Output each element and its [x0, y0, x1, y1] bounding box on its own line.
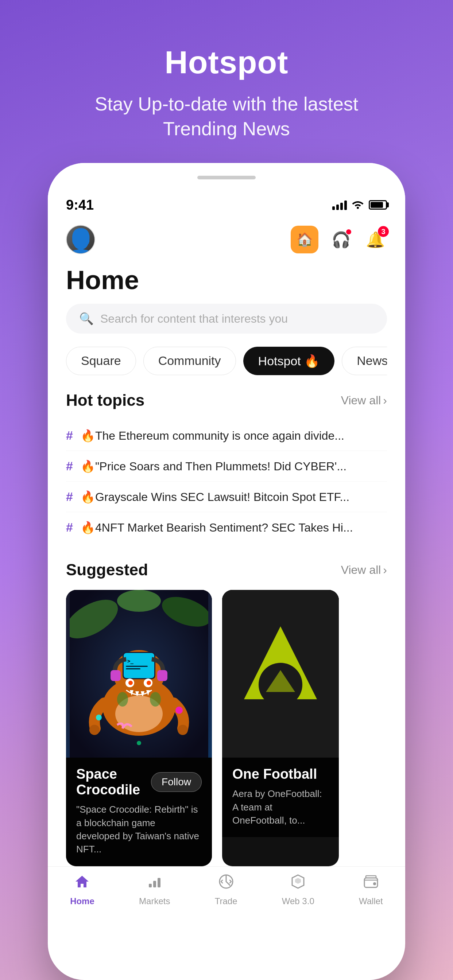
tab-square[interactable]: Square — [66, 347, 136, 375]
hot-topic-item[interactable]: # 🔥"Price Soars and Then Plummets! Did C… — [66, 451, 387, 482]
topic-text: 🔥4NFT Market Bearish Sentiment? SEC Take… — [81, 520, 387, 535]
card-body-2: One Football Aera by OneFootball: A team… — [222, 757, 339, 837]
card-image-1: >_ — [66, 590, 212, 757]
phone-frame: 9:41 👤 — [48, 163, 405, 980]
tab-community[interactable]: Community — [144, 347, 236, 375]
hot-topics-section: Hot topics View all › # 🔥The Ethereum co… — [66, 391, 387, 542]
wallet-nav-icon — [363, 873, 379, 893]
tab-hotspot[interactable]: Hotspot 🔥 — [243, 347, 335, 375]
home-nav-icon — [74, 873, 90, 893]
battery-icon — [369, 200, 387, 210]
page-title: Home — [66, 258, 387, 304]
svg-rect-9 — [126, 666, 148, 667]
hash-icon: # — [66, 459, 75, 473]
tab-news[interactable]: News — [342, 347, 387, 375]
house-button[interactable]: 🏠 — [291, 226, 318, 253]
svg-rect-20 — [157, 670, 167, 681]
svg-rect-19 — [110, 670, 121, 681]
suggested-section: Suggested View all › — [66, 561, 387, 866]
svg-rect-10 — [126, 668, 140, 670]
suggested-title: Suggested — [66, 561, 148, 579]
chevron-right-icon-2: › — [383, 563, 387, 577]
card-desc-1: "Space Crocodile: Rebirth" is a blockcha… — [76, 803, 202, 856]
topic-text: 🔥Grayscale Wins SEC Lawsuit! Bitcoin Spo… — [81, 490, 387, 504]
hot-topic-item[interactable]: # 🔥4NFT Market Bearish Sentiment? SEC Ta… — [66, 512, 387, 542]
hot-topics-list: # 🔥The Ethereum community is once again … — [66, 420, 387, 542]
trade-nav-label: Trade — [215, 896, 238, 906]
nav-trade[interactable]: Trade — [215, 873, 238, 906]
notification-badge: 3 — [378, 226, 389, 237]
svg-point-21 — [89, 725, 100, 735]
svg-point-27 — [175, 706, 183, 714]
svg-point-22 — [178, 725, 188, 735]
topic-text: 🔥"Price Soars and Then Plummets! Did CYB… — [81, 460, 387, 473]
hot-topic-item[interactable]: # 🔥Grayscale Wins SEC Lawsuit! Bitcoin S… — [66, 482, 387, 512]
main-title: Hotspot — [95, 44, 359, 81]
svg-point-14 — [147, 681, 151, 685]
card-desc-2: Aera by OneFootball: A team at OneFootba… — [232, 787, 329, 827]
search-bar[interactable]: 🔍 Search for content that interests you — [66, 304, 387, 334]
status-bar: 9:41 — [48, 192, 405, 218]
hash-icon: # — [66, 520, 75, 535]
search-icon: 🔍 — [79, 312, 94, 326]
suggested-view-all[interactable]: View all › — [341, 563, 387, 577]
nav-wallet[interactable]: Wallet — [359, 873, 383, 906]
svg-rect-33 — [149, 884, 152, 888]
topic-text: 🔥The Ethereum community is once again di… — [81, 429, 387, 442]
bell-button[interactable]: 🔔 3 — [364, 228, 387, 251]
card-title-1: Space Crocodile — [76, 766, 151, 798]
home-nav-label: Home — [70, 896, 94, 906]
svg-point-28 — [137, 741, 141, 745]
signal-icon — [332, 200, 347, 210]
nav-home[interactable]: Home — [70, 873, 94, 906]
hot-topics-view-all[interactable]: View all › — [341, 394, 387, 407]
follow-button-1[interactable]: Follow — [151, 772, 202, 792]
wifi-icon — [352, 199, 364, 212]
svg-point-38 — [373, 882, 376, 885]
status-icons — [332, 199, 387, 212]
trade-nav-icon — [218, 873, 234, 893]
svg-rect-35 — [158, 878, 161, 888]
page-header: Hotspot Stay Up-to-date with the lastest… — [95, 0, 359, 163]
svg-text:>_: >_ — [127, 658, 134, 664]
card-body-1: Space Crocodile Follow "Space Crocodile:… — [66, 757, 212, 866]
main-subtitle: Stay Up-to-date with the lastestTrending… — [95, 92, 359, 141]
nav-web3[interactable]: Web 3.0 — [282, 873, 314, 906]
card-space-crocodile[interactable]: >_ — [66, 590, 212, 866]
card-title-2: One Football — [232, 766, 317, 782]
markets-nav-icon — [147, 873, 163, 893]
avatar[interactable]: 👤 — [66, 225, 95, 254]
top-icons: 🏠 🎧 🔔 3 — [291, 226, 387, 253]
cards-row: >_ — [66, 590, 387, 866]
svg-point-13 — [128, 681, 133, 685]
svg-point-3 — [117, 590, 161, 612]
phone-pill — [197, 176, 256, 180]
web3-nav-label: Web 3.0 — [282, 896, 314, 906]
chevron-right-icon: › — [383, 394, 387, 407]
wallet-nav-label: Wallet — [359, 896, 383, 906]
top-bar: 👤 🏠 🎧 🔔 3 — [66, 218, 387, 258]
hot-topics-title: Hot topics — [66, 391, 144, 409]
hash-icon: # — [66, 490, 75, 504]
svg-point-25 — [150, 692, 161, 706]
status-time: 9:41 — [66, 197, 94, 213]
card-one-football[interactable]: One Football Aera by OneFootball: A team… — [222, 590, 339, 866]
svg-point-24 — [117, 692, 128, 706]
svg-rect-34 — [153, 881, 156, 888]
phone-notch — [48, 163, 405, 192]
headset-button[interactable]: 🎧 — [329, 228, 353, 251]
hash-icon: # — [66, 428, 75, 442]
svg-point-26 — [96, 714, 102, 721]
svg-rect-7 — [124, 653, 154, 678]
markets-nav-label: Markets — [139, 896, 170, 906]
house-icon: 🏠 — [297, 232, 313, 247]
hot-topic-item[interactable]: # 🔥The Ethereum community is once again … — [66, 420, 387, 451]
search-placeholder-text: Search for content that interests you — [100, 312, 288, 326]
nav-markets[interactable]: Markets — [139, 873, 170, 906]
card-image-2 — [222, 590, 339, 757]
headset-dot — [345, 229, 352, 235]
bottom-nav: Home Markets Trade — [48, 866, 405, 921]
tabs-row: Square Community Hotspot 🔥 News — [66, 347, 387, 375]
web3-nav-icon — [290, 873, 306, 893]
